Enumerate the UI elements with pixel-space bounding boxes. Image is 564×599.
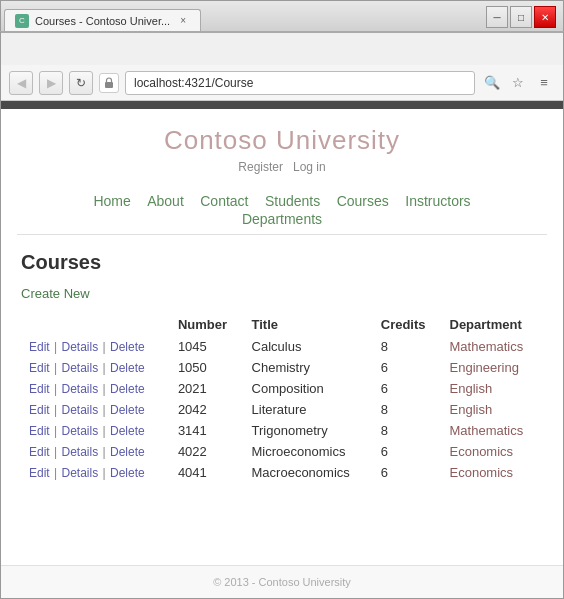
course-credits: 6 (373, 378, 442, 399)
course-department: English (442, 399, 544, 420)
delete-link[interactable]: Delete (110, 403, 145, 417)
course-credits: 8 (373, 420, 442, 441)
table-row: Edit | Details | Delete 4022 Microeconom… (21, 441, 543, 462)
delete-link[interactable]: Delete (110, 466, 145, 480)
delete-link[interactable]: Delete (110, 382, 145, 396)
footer-text: © 2013 - Contoso University (213, 576, 351, 588)
back-button[interactable]: ◀ (9, 71, 33, 95)
tab-close-button[interactable]: × (176, 14, 190, 28)
details-link[interactable]: Details (61, 445, 98, 459)
details-link[interactable]: Details (61, 466, 98, 480)
refresh-button[interactable]: ↻ (69, 71, 93, 95)
course-department: Mathematics (442, 336, 544, 357)
course-credits: 8 (373, 399, 442, 420)
row-actions: Edit | Details | Delete (21, 420, 170, 441)
course-number: 2021 (170, 378, 244, 399)
course-number: 4041 (170, 462, 244, 483)
forward-button[interactable]: ▶ (39, 71, 63, 95)
course-department: Economics (442, 441, 544, 462)
edit-link[interactable]: Edit (29, 403, 50, 417)
course-title: Chemistry (244, 357, 373, 378)
course-credits: 8 (373, 336, 442, 357)
course-title: Microeconomics (244, 441, 373, 462)
row-actions: Edit | Details | Delete (21, 399, 170, 420)
page-content: Contoso University Register Log in Home … (1, 101, 563, 598)
course-title: Literature (244, 399, 373, 420)
course-department: Engineering (442, 357, 544, 378)
delete-link[interactable]: Delete (110, 361, 145, 375)
page-title: Courses (21, 251, 543, 274)
nav-departments[interactable]: Departments (242, 211, 322, 227)
auth-links: Register Log in (1, 160, 563, 174)
nav-instructors[interactable]: Instructors (405, 193, 470, 209)
details-link[interactable]: Details (61, 361, 98, 375)
course-number: 2042 (170, 399, 244, 420)
table-row: Edit | Details | Delete 4041 Macroeconom… (21, 462, 543, 483)
col-department: Department (442, 313, 544, 336)
row-actions: Edit | Details | Delete (21, 357, 170, 378)
edit-link[interactable]: Edit (29, 466, 50, 480)
register-link[interactable]: Register (238, 160, 283, 174)
table-row: Edit | Details | Delete 3141 Trigonometr… (21, 420, 543, 441)
footer: © 2013 - Contoso University (1, 565, 563, 598)
col-credits: Credits (373, 313, 442, 336)
nav-home[interactable]: Home (93, 193, 130, 209)
course-title: Trigonometry (244, 420, 373, 441)
col-number: Number (170, 313, 244, 336)
nav-menu: Home About Contact Students Courses Inst… (1, 186, 563, 234)
delete-link[interactable]: Delete (110, 424, 145, 438)
svg-rect-0 (105, 82, 113, 88)
edit-link[interactable]: Edit (29, 445, 50, 459)
url-input[interactable] (125, 71, 475, 95)
create-new-link[interactable]: Create New (21, 286, 90, 301)
row-actions: Edit | Details | Delete (21, 378, 170, 399)
top-accent-bar (1, 101, 563, 109)
nav-courses[interactable]: Courses (337, 193, 389, 209)
lock-icon (99, 73, 119, 93)
search-icon[interactable]: 🔍 (481, 72, 503, 94)
browser-window: C Courses - Contoso Univer... × ─ □ ✕ ◀ … (0, 0, 564, 599)
course-credits: 6 (373, 441, 442, 462)
tab-title: Courses - Contoso Univer... (35, 15, 170, 27)
col-actions (21, 313, 170, 336)
course-credits: 6 (373, 357, 442, 378)
nav-about[interactable]: About (147, 193, 184, 209)
edit-link[interactable]: Edit (29, 361, 50, 375)
edit-link[interactable]: Edit (29, 424, 50, 438)
details-link[interactable]: Details (61, 382, 98, 396)
tab-favicon: C (15, 14, 29, 28)
row-actions: Edit | Details | Delete (21, 462, 170, 483)
course-department: English (442, 378, 544, 399)
title-bar: C Courses - Contoso Univer... × ─ □ ✕ (1, 1, 563, 33)
delete-link[interactable]: Delete (110, 445, 145, 459)
details-link[interactable]: Details (61, 340, 98, 354)
edit-link[interactable]: Edit (29, 382, 50, 396)
course-number: 4022 (170, 441, 244, 462)
details-link[interactable]: Details (61, 403, 98, 417)
table-row: Edit | Details | Delete 2042 Literature … (21, 399, 543, 420)
course-title: Composition (244, 378, 373, 399)
address-bar: ◀ ▶ ↻ 🔍 ☆ ≡ (1, 65, 563, 101)
menu-icon[interactable]: ≡ (533, 72, 555, 94)
course-department: Mathematics (442, 420, 544, 441)
delete-link[interactable]: Delete (110, 340, 145, 354)
course-number: 3141 (170, 420, 244, 441)
row-actions: Edit | Details | Delete (21, 336, 170, 357)
login-link[interactable]: Log in (293, 160, 326, 174)
table-row: Edit | Details | Delete 2021 Composition… (21, 378, 543, 399)
bookmark-icon[interactable]: ☆ (507, 72, 529, 94)
course-number: 1050 (170, 357, 244, 378)
nav-students[interactable]: Students (265, 193, 320, 209)
maximize-button[interactable]: □ (510, 6, 532, 28)
minimize-button[interactable]: ─ (486, 6, 508, 28)
nav-contact[interactable]: Contact (200, 193, 248, 209)
close-button[interactable]: ✕ (534, 6, 556, 28)
course-title: Macroeconomics (244, 462, 373, 483)
browser-tab[interactable]: C Courses - Contoso Univer... × (4, 9, 201, 31)
site-header: Contoso University Register Log in (1, 109, 563, 186)
row-actions: Edit | Details | Delete (21, 441, 170, 462)
courses-table: Number Title Credits Department Edit | D… (21, 313, 543, 483)
details-link[interactable]: Details (61, 424, 98, 438)
edit-link[interactable]: Edit (29, 340, 50, 354)
table-row: Edit | Details | Delete 1050 Chemistry 6… (21, 357, 543, 378)
